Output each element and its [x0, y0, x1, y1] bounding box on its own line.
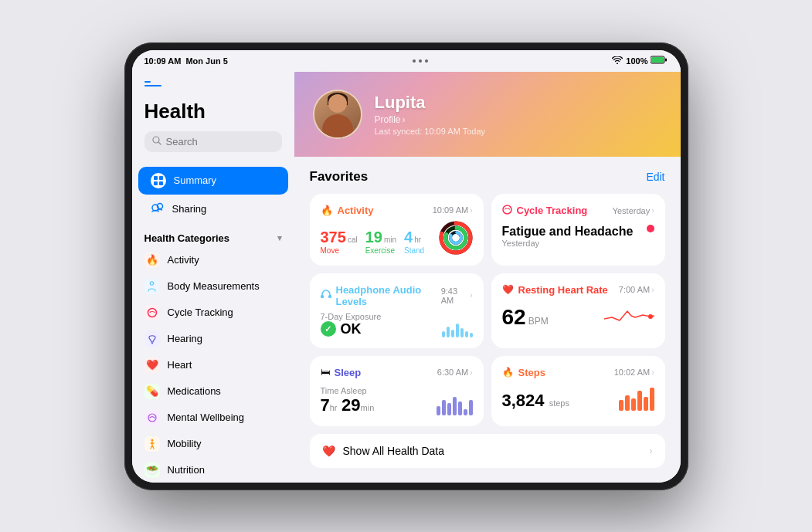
health-categories-header: Health Categories ▾	[132, 223, 294, 247]
categories-chevron-icon[interactable]: ▾	[277, 233, 282, 243]
steps-bars	[619, 386, 654, 411]
audio-label: 7-Day Exposure	[321, 312, 382, 321]
sidebar-item-heart[interactable]: ❤️ Heart	[132, 352, 294, 378]
ipad-device: 10:09 AM Mon Jun 5 100%	[124, 42, 688, 490]
sidebar-item-sharing[interactable]: Sharing	[138, 196, 288, 222]
steps-card-title: Steps	[518, 367, 545, 378]
battery-level: 100%	[626, 56, 647, 66]
mental-label: Mental Wellbeing	[168, 412, 244, 423]
sidebar-icons-row	[144, 81, 282, 93]
ok-check-icon: ✓	[321, 321, 336, 337]
sidebar-item-cycle[interactable]: Cycle Tracking	[132, 300, 294, 326]
sidebar-item-activity[interactable]: 🔥 Activity	[132, 247, 294, 273]
profile-header: Lupita Profile › Last synced: 10:09 AM T…	[294, 72, 681, 157]
sidebar-item-mobility[interactable]: Mobility	[132, 431, 294, 457]
cycle-icon	[144, 305, 160, 320]
heart-rate-card-time: 7:00 AM ›	[619, 285, 654, 294]
sleep-card[interactable]: 🛏 Sleep 6:30 AM › Time Asleep	[310, 356, 484, 426]
show-all-heart-icon: ❤️	[322, 445, 335, 457]
status-date: Mon Jun 5	[185, 56, 227, 66]
steps-card[interactable]: 🔥 Steps 10:02 AM ›	[491, 356, 665, 426]
sidebar-item-summary[interactable]: Summary	[138, 167, 288, 195]
sharing-icon	[151, 202, 165, 216]
move-unit: cal	[348, 236, 358, 244]
sidebar-header: Health	[132, 72, 294, 166]
sidebar-item-medications[interactable]: 💊 Medications	[132, 378, 294, 405]
hearing-label: Hearing	[168, 333, 203, 344]
stand-label: Stand	[404, 246, 424, 255]
steps-card-time: 10:02 AM ›	[614, 368, 654, 377]
svg-rect-9	[154, 181, 158, 185]
cycle-date: Yesterday	[502, 239, 634, 248]
summary-label: Summary	[174, 175, 217, 186]
headphone-chevron-icon: ›	[470, 291, 472, 300]
sleep-chevron-icon: ›	[470, 368, 472, 377]
content-area: Favorites Edit 🔥 Activity	[294, 157, 681, 483]
edit-button[interactable]: Edit	[646, 171, 664, 183]
status-bar: 10:09 AM Mon Jun 5 100%	[132, 50, 681, 72]
svg-point-14	[148, 308, 156, 317]
svg-point-13	[150, 281, 153, 284]
medications-label: Medications	[168, 385, 221, 397]
search-input[interactable]	[166, 136, 294, 147]
cycle-chevron-icon: ›	[651, 206, 654, 215]
profile-chevron-icon: ›	[403, 114, 406, 125]
nutrition-label: Nutrition	[168, 464, 205, 476]
sidebar-item-body[interactable]: Body Measurements	[132, 273, 294, 300]
show-all-button[interactable]: ❤️ Show All Health Data ›	[310, 434, 665, 468]
summary-icon	[151, 173, 166, 188]
battery-icon	[651, 56, 668, 66]
svg-point-27	[648, 314, 653, 319]
sharing-label: Sharing	[172, 203, 207, 215]
heart-rate-chevron-icon: ›	[651, 286, 654, 294]
status-time: 10:09 AM	[144, 56, 182, 66]
cycle-card-time: Yesterday ›	[613, 206, 654, 215]
sleep-value: 7hr 29min	[321, 395, 375, 415]
heart-rate-unit: BPM	[528, 316, 549, 327]
audio-bars	[442, 316, 473, 337]
ipad-screen: 10:09 AM Mon Jun 5 100%	[132, 50, 681, 483]
status-bar-center	[413, 59, 428, 63]
headphone-card-time: 9:43 AM ›	[441, 286, 473, 305]
sidebar-toggle-icon[interactable]	[144, 81, 161, 93]
favorites-grid: 🔥 Activity 10:09 AM ›	[310, 194, 665, 426]
sidebar-item-hearing[interactable]: Hearing	[132, 326, 294, 352]
move-label: Move	[321, 246, 358, 255]
audio-ok: ✓ OK	[321, 321, 382, 337]
exercise-label: Exercise	[365, 246, 396, 255]
app-title: Health	[144, 100, 282, 124]
mental-icon	[144, 410, 160, 425]
profile-info: Lupita Profile › Last synced: 10:09 AM T…	[375, 93, 662, 136]
profile-link[interactable]: Profile ›	[375, 114, 662, 125]
activity-card-title: Activity	[338, 205, 374, 216]
heart-rate-card[interactable]: ❤️ Resting Heart Rate 7:00 AM ›	[491, 273, 665, 348]
dot-3	[425, 59, 428, 63]
heart-rate-value: 62	[502, 305, 526, 330]
heart-rate-card-title: Resting Heart Rate	[518, 284, 608, 296]
audio-status: OK	[341, 321, 362, 337]
cycle-card[interactable]: Cycle Tracking Yesterday › Fatigue and H…	[491, 194, 665, 266]
activity-card-time: 10:09 AM ›	[433, 205, 473, 215]
app-container: Health Sum	[132, 72, 681, 483]
sleep-bars	[437, 392, 473, 415]
status-bar-right: 100%	[612, 56, 668, 66]
favorites-header: Favorites Edit	[310, 169, 665, 185]
heart-rate-card-header: ❤️ Resting Heart Rate 7:00 AM ›	[502, 284, 654, 296]
sidebar-item-mental[interactable]: Mental Wellbeing	[132, 405, 294, 431]
headphone-card[interactable]: Headphone Audio Levels 9:43 AM › 7-Day E…	[310, 273, 484, 348]
trends-title: Trends	[310, 480, 665, 483]
svg-point-17	[151, 439, 153, 441]
search-icon	[152, 136, 161, 147]
svg-rect-25	[321, 295, 324, 298]
stand-value: 4	[404, 229, 413, 246]
activity-label: Activity	[168, 254, 199, 266]
activity-card[interactable]: 🔥 Activity 10:09 AM ›	[310, 194, 484, 266]
sidebar-item-nutrition[interactable]: 🥗 Nutrition	[132, 457, 294, 483]
cycle-subtitle: Fatigue and Headache	[502, 225, 634, 239]
medications-icon: 💊	[144, 384, 160, 399]
svg-rect-26	[328, 295, 331, 298]
exercise-value: 19	[365, 229, 382, 246]
search-bar[interactable]	[144, 131, 282, 152]
svg-rect-8	[159, 176, 163, 180]
activity-icon: 🔥	[144, 252, 160, 268]
